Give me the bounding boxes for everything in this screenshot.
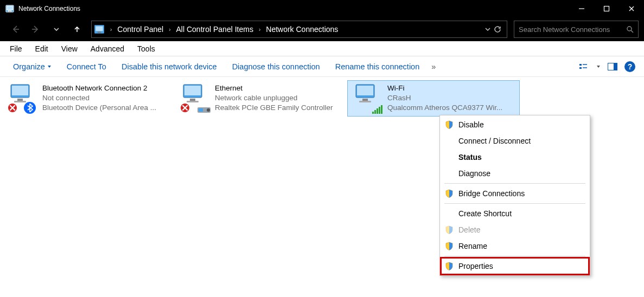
rename-button[interactable]: Rename this connection (328, 60, 428, 73)
wifi-signal-icon (372, 105, 383, 114)
chevron-right-icon[interactable]: › (107, 27, 115, 33)
svg-rect-21 (614, 63, 617, 70)
breadcrumb-item[interactable]: Network Connections (264, 25, 340, 34)
connect-to-button[interactable]: Connect To (59, 60, 114, 73)
separator (444, 203, 585, 204)
overflow-button[interactable]: » (427, 60, 440, 73)
menu-advanced[interactable]: Advanced (85, 43, 130, 55)
svg-point-17 (627, 27, 632, 31)
forward-button[interactable] (26, 21, 46, 38)
app-icon (5, 4, 14, 13)
menu-file[interactable]: File (4, 43, 28, 55)
connection-status: CRasH (387, 93, 502, 103)
view-options-button[interactable] (578, 60, 591, 73)
ctx-disable[interactable]: Disable (441, 117, 589, 133)
disable-device-button[interactable]: Disable this network device (114, 60, 225, 73)
separator (444, 183, 585, 184)
chevron-right-icon[interactable]: › (165, 27, 174, 33)
diagnose-button[interactable]: Diagnose this connection (225, 60, 328, 73)
connection-icon (180, 83, 209, 113)
location-icon (94, 24, 105, 35)
connection-item-ethernet[interactable]: Ethernet Network cable unplugged Realtek… (175, 80, 347, 117)
maximize-button[interactable] (594, 0, 619, 17)
search-icon (626, 25, 634, 33)
window-title: Network Connections (18, 5, 569, 12)
preview-pane-button[interactable] (606, 60, 619, 73)
address-bar[interactable]: › Control Panel › All Control Panel Item… (91, 21, 507, 38)
command-bar: Organize Connect To Disable this network… (0, 56, 644, 77)
connection-icon (353, 83, 382, 113)
menu-tools[interactable]: Tools (132, 43, 161, 55)
connection-device: Bluetooth Device (Personal Area ... (42, 103, 156, 113)
ethernet-icon (197, 104, 212, 114)
shield-icon (445, 225, 454, 234)
disconnected-icon (8, 103, 17, 113)
ctx-diagnose[interactable]: Diagnose (441, 165, 589, 182)
chevron-down-icon (47, 64, 52, 69)
ctx-create-shortcut[interactable]: Create Shortcut (441, 205, 589, 222)
search-placeholder: Search Network Connections (519, 25, 610, 34)
refresh-icon[interactable] (494, 25, 501, 33)
connection-icon (8, 83, 37, 113)
recent-locations-button[interactable] (47, 21, 66, 38)
connection-device: Qualcomm Atheros QCA9377 Wir... (387, 103, 502, 113)
breadcrumb-item[interactable]: All Control Panel Items (174, 25, 256, 34)
ctx-rename[interactable]: Rename (441, 238, 589, 254)
menu-edit[interactable]: Edit (30, 43, 54, 55)
back-button[interactable] (5, 21, 25, 38)
separator (444, 256, 585, 256)
search-input[interactable]: Search Network Connections (514, 21, 639, 38)
ctx-properties[interactable]: Properties (441, 258, 589, 274)
bluetooth-icon (24, 102, 36, 114)
connection-item-bluetooth[interactable]: Bluetooth Network Connection 2 Not conne… (2, 80, 175, 117)
ctx-status[interactable]: Status (441, 149, 589, 165)
minimize-button[interactable] (569, 0, 594, 17)
svg-rect-19 (579, 67, 582, 69)
help-button[interactable]: ? (624, 61, 635, 72)
connection-name: Ethernet (215, 83, 333, 93)
context-menu: Disable Connect / Disconnect Status Diag… (439, 115, 590, 276)
connection-item-wifi[interactable]: Wi-Fi CRasH Qualcomm Atheros QCA9377 Wir… (347, 80, 520, 117)
organize-button[interactable]: Organize (5, 60, 59, 73)
navigation-bar: › Control Panel › All Control Panel Item… (0, 17, 644, 41)
shield-icon (445, 189, 454, 198)
connection-device: Realtek PCIe GBE Family Controller (215, 103, 333, 113)
connection-name: Wi-Fi (387, 83, 502, 93)
ctx-bridge[interactable]: Bridge Connections (441, 185, 589, 202)
connections-view: Bluetooth Network Connection 2 Not conne… (0, 77, 644, 120)
menu-bar: File Edit View Advanced Tools (0, 41, 644, 56)
ctx-connect-disconnect[interactable]: Connect / Disconnect (441, 133, 589, 149)
title-bar: Network Connections (0, 0, 644, 17)
up-button[interactable] (67, 21, 87, 38)
shield-icon (445, 120, 454, 129)
breadcrumb-item[interactable]: Control Panel (115, 25, 165, 34)
chevron-right-icon[interactable]: › (256, 27, 264, 33)
connection-status: Network cable unplugged (215, 93, 333, 103)
connection-status: Not connected (42, 93, 156, 103)
chevron-down-icon[interactable] (596, 64, 601, 69)
menu-view[interactable]: View (56, 43, 83, 55)
svg-rect-18 (579, 64, 582, 66)
connection-name: Bluetooth Network Connection 2 (42, 83, 156, 93)
chevron-down-icon[interactable] (485, 27, 490, 32)
svg-rect-16 (604, 7, 609, 11)
close-button[interactable] (619, 0, 644, 17)
shield-icon (445, 262, 454, 270)
ctx-delete: Delete (441, 222, 589, 238)
disconnected-icon (180, 103, 190, 113)
shield-icon (445, 242, 454, 250)
